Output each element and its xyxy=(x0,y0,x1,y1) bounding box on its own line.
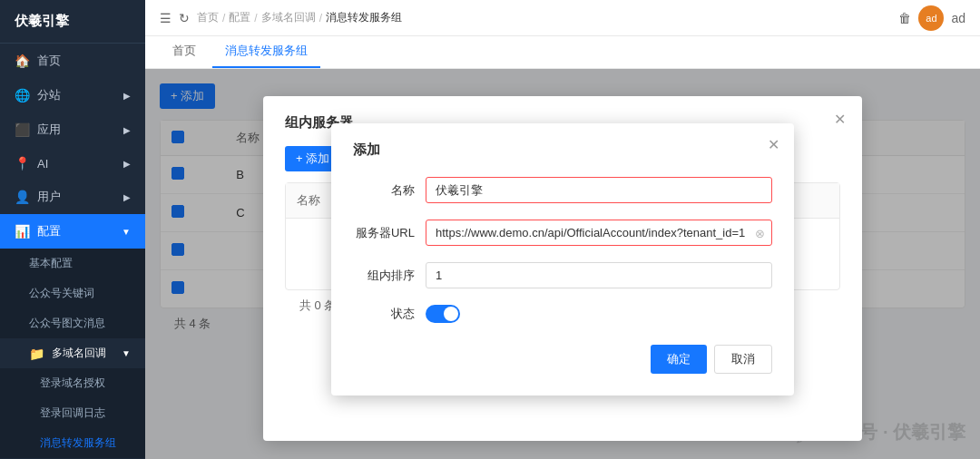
content-area: + 添加 名称 组内排序 状态 操作 B xyxy=(145,69,980,459)
breadcrumb: 首页 / 配置 / 多域名回调 / 消息转发服务组 xyxy=(197,10,402,25)
header-right: 🗑 ad ad xyxy=(898,5,965,31)
folder-icon: 📁 xyxy=(29,347,44,361)
main-content: ☰ ↻ 首页 / 配置 / 多域名回调 / 消息转发服务组 🗑 ad ad 首页… xyxy=(145,0,980,459)
sidebar-item-label: 消息转发服务组 xyxy=(40,435,116,451)
sidebar-item-label: 首页 xyxy=(37,53,61,69)
chevron-right-icon: ▶ xyxy=(123,159,131,169)
header: ☰ ↻ 首页 / 配置 / 多域名回调 / 消息转发服务组 🗑 ad ad xyxy=(145,0,980,36)
delete-icon[interactable]: 🗑 xyxy=(898,11,911,25)
apps-icon: ⬛ xyxy=(15,122,30,137)
sidebar-item-subsite[interactable]: 🌐 分站 ▶ xyxy=(0,78,145,112)
sidebar-item-apps[interactable]: ⬛ 应用 ▶ xyxy=(0,112,145,147)
modal-inner: 添加 ✕ 名称 服务器URL ⊗ 组内排序 xyxy=(331,123,794,396)
sidebar-item-label: 多域名回调 xyxy=(52,346,106,361)
chevron-down-icon: ▼ xyxy=(122,227,131,237)
modal-footer: 确定 取消 xyxy=(353,345,772,374)
modal-overlay: 组内服务器 ✕ + 添加 名称 组内排序 状态 操作 xyxy=(145,69,980,459)
ai-icon: 📍 xyxy=(15,156,30,171)
status-label: 状态 xyxy=(353,306,426,322)
sidebar-item-callbacklog[interactable]: 登录回调日志 xyxy=(0,398,145,428)
order-input[interactable] xyxy=(426,262,772,288)
refresh-icon[interactable]: ↻ xyxy=(179,11,190,25)
sidebar-item-keywords[interactable]: 公众号关键词 xyxy=(0,278,145,308)
chevron-down-icon: ▼ xyxy=(122,348,131,358)
sidebar-sub-config: 基本配置 公众号关键词 公众号图文消息 📁 多域名回调 ▼ 登录域名授权 登录回… xyxy=(0,249,145,458)
sidebar-item-ai[interactable]: 📍 AI ▶ xyxy=(0,147,145,180)
sidebar-item-richmedia[interactable]: 公众号图文消息 xyxy=(0,308,145,338)
sidebar-item-users[interactable]: 👤 用户 ▶ xyxy=(0,180,145,214)
breadcrumb-current: 消息转发服务组 xyxy=(326,10,402,25)
clear-icon[interactable]: ⊗ xyxy=(755,226,765,239)
sidebar-item-label: 分站 xyxy=(37,87,61,103)
config-icon: 📊 xyxy=(15,224,30,239)
order-label: 组内排序 xyxy=(353,268,426,284)
sidebar-item-label: 应用 xyxy=(37,122,61,138)
tab-home[interactable]: 首页 xyxy=(160,35,209,68)
name-input[interactable] xyxy=(426,177,772,203)
breadcrumb-home[interactable]: 首页 xyxy=(197,10,219,25)
subsite-icon: 🌐 xyxy=(15,88,30,103)
modal-inner-close-button[interactable]: ✕ xyxy=(768,136,779,153)
url-label: 服务器URL xyxy=(353,225,426,241)
form-row-name: 名称 xyxy=(353,177,772,203)
tab-msgforward[interactable]: 消息转发服务组 xyxy=(212,35,320,68)
breadcrumb-config[interactable]: 配置 xyxy=(229,10,250,25)
user-profile-icon[interactable]: ad xyxy=(951,11,965,25)
sidebar-item-home[interactable]: 🏠 首页 xyxy=(0,44,145,78)
sidebar-item-label: 用户 xyxy=(37,189,61,205)
sidebar-item-label: 公众号关键词 xyxy=(29,286,94,301)
breadcrumb-multiname[interactable]: 多域名回调 xyxy=(261,10,316,25)
modal-outer-close-button[interactable]: ✕ xyxy=(834,111,846,128)
chevron-right-icon: ▶ xyxy=(123,91,131,101)
sidebar-item-label: 登录回调日志 xyxy=(40,405,105,421)
home-icon: 🏠 xyxy=(15,54,30,68)
sidebar-logo: 伏羲引擎 xyxy=(0,0,145,44)
sidebar-item-label: AI xyxy=(37,157,48,171)
name-label: 名称 xyxy=(353,182,426,199)
chevron-right-icon: ▶ xyxy=(123,192,131,202)
header-left: ☰ ↻ 首页 / 配置 / 多域名回调 / 消息转发服务组 xyxy=(160,10,402,25)
form-row-status: 状态 xyxy=(353,305,772,323)
form-row-order: 组内排序 xyxy=(353,262,772,288)
status-toggle[interactable] xyxy=(426,305,460,323)
sidebar-item-msgforward[interactable]: 消息转发服务组 xyxy=(0,428,145,458)
avatar: ad xyxy=(918,5,944,31)
sidebar-item-multiname[interactable]: 📁 多域名回调 ▼ xyxy=(0,338,145,368)
sidebar-item-basic[interactable]: 基本配置 xyxy=(0,249,145,278)
sidebar: 伏羲引擎 🏠 首页 🌐 分站 ▶ ⬛ 应用 ▶ 📍 AI ▶ 👤 用户 ▶ 📊 … xyxy=(0,0,145,459)
tab-bar: 首页 消息转发服务组 xyxy=(145,36,980,69)
sidebar-item-label: 登录域名授权 xyxy=(40,376,105,391)
confirm-button[interactable]: 确定 xyxy=(651,345,707,374)
sidebar-item-domainsauth[interactable]: 登录域名授权 xyxy=(0,368,145,398)
modal-inner-title: 添加 xyxy=(353,142,772,159)
url-input-wrap: ⊗ xyxy=(426,220,772,246)
sidebar-item-label: 公众号图文消息 xyxy=(29,316,105,331)
url-input[interactable] xyxy=(426,220,772,246)
sidebar-item-config[interactable]: 📊 配置 ▼ xyxy=(0,214,145,249)
menu-icon[interactable]: ☰ xyxy=(160,11,172,25)
user-icon: 👤 xyxy=(15,190,30,204)
chevron-right-icon: ▶ xyxy=(123,125,131,135)
sidebar-item-label: 配置 xyxy=(37,223,61,239)
form-row-url: 服务器URL ⊗ xyxy=(353,220,772,246)
sidebar-item-label: 基本配置 xyxy=(29,256,73,271)
cancel-button[interactable]: 取消 xyxy=(714,345,772,374)
